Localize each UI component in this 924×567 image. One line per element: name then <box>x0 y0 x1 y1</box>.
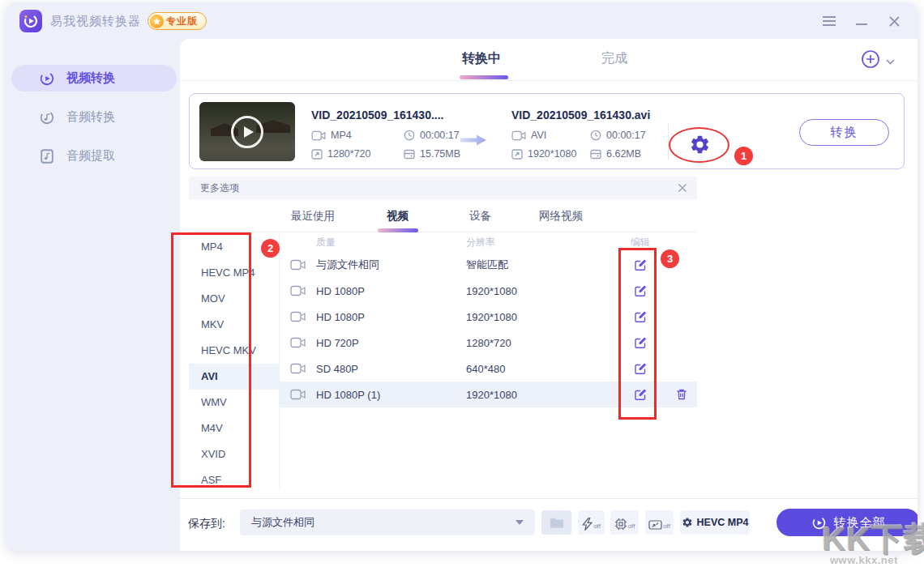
convert-arrow-icon <box>459 133 488 151</box>
options-tabs: 最近使用 视频 设备 网络视频 <box>189 199 697 232</box>
merge-files-toggle-button[interactable]: off <box>645 510 674 535</box>
format-item-mkv[interactable]: MKV <box>189 312 279 338</box>
sidebar-item-audio-extract[interactable]: 音频提取 <box>11 143 177 169</box>
convert-button[interactable]: 转换 <box>799 119 889 146</box>
video-camera-icon <box>290 259 306 271</box>
table-row[interactable]: SD 480P 640*480 <box>280 356 697 382</box>
watermark-site: www.kkx.net <box>830 554 898 566</box>
sidebar-item-audio-convert[interactable]: 音频转换 <box>11 104 177 130</box>
main-panel: 转换中 完成 <box>180 39 918 551</box>
pro-badge: 专业版 <box>148 12 207 30</box>
table-row[interactable]: 与源文件相同 智能匹配 <box>280 252 697 278</box>
format-item-asf[interactable]: ASF <box>189 467 279 488</box>
edit-icon[interactable] <box>616 388 665 401</box>
video-camera-icon <box>290 337 306 348</box>
sidebar-item-label: 音频转换 <box>66 109 115 125</box>
format-item-avi-selected[interactable]: AVI <box>189 364 279 390</box>
tab-web-video[interactable]: 网络视频 <box>539 209 583 224</box>
format-item-wmv[interactable]: WMV <box>189 390 279 416</box>
clock-icon <box>404 130 415 141</box>
screenshot-root: 易我视频转换器 专业版 <box>0 0 924 567</box>
quality-table: 质量 分辨率 编辑 与源文件相同 智能匹配 HD 1080P <box>280 232 697 488</box>
source-duration: 00:00:17 <box>404 130 460 141</box>
edit-icon[interactable] <box>616 362 665 375</box>
preset-label: HEVC MP4 <box>697 517 749 528</box>
target-duration: 00:00:17 <box>590 130 646 141</box>
more-options-title: 更多选项 <box>200 181 239 195</box>
folder-icon <box>550 517 564 529</box>
menu-icon[interactable] <box>822 14 836 28</box>
gpu-acceleration-toggle-button[interactable]: off <box>610 510 639 535</box>
format-item-mp4[interactable]: MP4 <box>189 234 279 260</box>
tab-video[interactable]: 视频 <box>387 209 409 224</box>
source-format: MP4 <box>311 130 352 141</box>
tab-header: 转换中 完成 <box>180 39 918 81</box>
table-row[interactable]: HD 1080P 1920*1080 <box>280 278 697 304</box>
video-camera-icon <box>290 389 306 400</box>
source-resolution: 1280*720 <box>311 148 371 160</box>
table-row[interactable]: HD 720P 1280*720 <box>280 330 697 356</box>
format-item-mov[interactable]: MOV <box>189 286 279 312</box>
table-row-selected[interactable]: HD 1080P (1) 1920*1080 <box>280 382 697 407</box>
add-file-icon[interactable] <box>861 49 880 72</box>
dropdown-caret-icon <box>515 520 524 525</box>
video-camera-icon <box>290 311 306 322</box>
row-quality: HD 1080P (1) <box>316 389 466 401</box>
toggle-state-label: off <box>663 522 670 531</box>
tab-converting[interactable]: 转换中 <box>462 50 501 67</box>
table-row[interactable]: HD 1080P 1920*1080 <box>280 304 697 330</box>
output-preset-button[interactable]: HEVC MP4 <box>680 510 750 535</box>
close-icon[interactable] <box>887 14 901 28</box>
sidebar-item-label: 音频提取 <box>66 148 115 164</box>
tab-finished[interactable]: 完成 <box>601 50 627 67</box>
resolution-icon <box>511 149 523 160</box>
edit-icon[interactable] <box>616 258 665 271</box>
storage-icon <box>404 149 415 160</box>
row-quality: SD 480P <box>316 363 466 375</box>
settings-gear-icon[interactable] <box>689 134 711 156</box>
edit-icon[interactable] <box>616 284 665 297</box>
save-to-label: 保存到: <box>188 517 225 531</box>
row-quality: HD 1080P <box>316 311 466 323</box>
minimize-icon[interactable] <box>854 14 869 28</box>
high-speed-toggle-button[interactable]: off <box>578 510 605 535</box>
add-file-control[interactable] <box>861 49 895 72</box>
format-item-xvid[interactable]: XVID <box>189 441 279 467</box>
video-camera-icon <box>311 130 326 141</box>
sidebar: 视频转换 音频转换 <box>6 39 180 551</box>
save-path-dropdown[interactable]: 与源文件相同 <box>240 509 535 535</box>
delete-icon[interactable] <box>675 388 688 401</box>
video-convert-icon <box>39 70 55 87</box>
toggle-state-label: off <box>628 522 635 531</box>
row-resolution: 1280*720 <box>466 337 616 349</box>
row-quality: HD 1080P <box>316 285 466 297</box>
row-resolution: 1920*1080 <box>466 311 616 323</box>
toggle-state-label: off <box>593 522 601 531</box>
table-header: 质量 分辨率 编辑 <box>280 232 697 252</box>
header-quality: 质量 <box>316 236 466 249</box>
tab-device[interactable]: 设备 <box>469 209 491 224</box>
target-file-name: VID_20210509_161430.avi <box>511 109 650 122</box>
panel-close-icon[interactable] <box>678 183 687 193</box>
video-thumbnail[interactable] <box>199 102 295 161</box>
row-quality: HD 720P <box>316 337 466 349</box>
target-resolution: 1920*1080 <box>511 148 576 160</box>
open-folder-button[interactable] <box>541 510 571 535</box>
format-item-hevc-mkv[interactable]: HEVC MKV <box>189 338 279 364</box>
edit-icon[interactable] <box>616 336 665 349</box>
options-body: MP4 HEVC MP4 MOV MKV HEVC MKV AVI WMV M4… <box>189 232 697 488</box>
convert-all-button[interactable]: 转换全部 <box>776 509 918 536</box>
format-item-m4v[interactable]: M4V <box>189 416 279 441</box>
sidebar-item-video-convert[interactable]: 视频转换 <box>11 65 177 92</box>
app-window: 易我视频转换器 专业版 <box>6 3 918 551</box>
chevron-down-icon[interactable] <box>886 53 895 68</box>
tab-recently-used[interactable]: 最近使用 <box>291 209 335 224</box>
video-camera-icon <box>290 363 306 374</box>
app-logo-icon <box>19 10 42 32</box>
format-item-hevc-mp4[interactable]: HEVC MP4 <box>189 260 279 286</box>
row-resolution: 1920*1080 <box>466 389 616 401</box>
footer-divider <box>180 498 918 499</box>
edit-icon[interactable] <box>616 310 665 323</box>
convert-all-label: 转换全部 <box>834 515 886 531</box>
play-icon[interactable] <box>231 116 263 148</box>
